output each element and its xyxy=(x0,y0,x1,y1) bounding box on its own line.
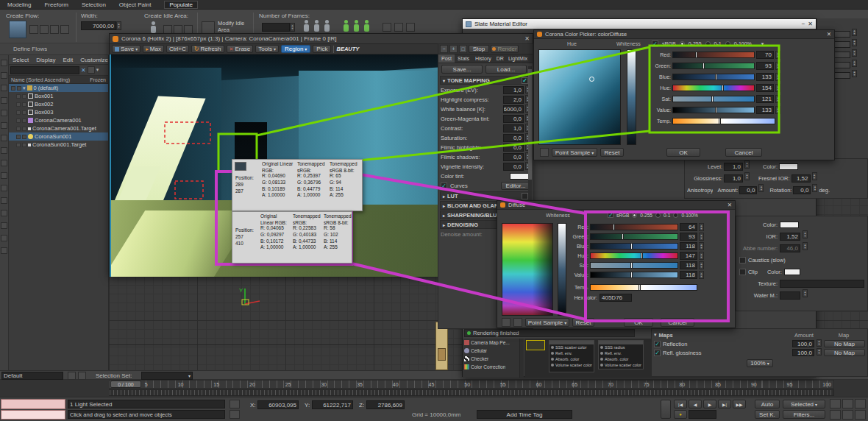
lut-header[interactable]: LUT xyxy=(447,193,519,199)
whiteness-strip[interactable] xyxy=(558,223,566,316)
side-tool-icon[interactable] xyxy=(1,85,7,91)
value-value[interactable]: 133 xyxy=(756,106,774,114)
tab-lightmix[interactable]: LightMix xyxy=(506,56,530,61)
pan-view-icon[interactable] xyxy=(830,399,841,408)
vfb-titlebar[interactable]: Corona 6 (Hotfix 2) | [876x657px (1:3) |… xyxy=(110,34,533,44)
maxscript-mini-listener[interactable] xyxy=(1,410,65,420)
list-item[interactable]: Box002 xyxy=(9,100,108,108)
object-label[interactable]: CoronaCamera001 xyxy=(35,117,82,124)
sat-slider[interactable] xyxy=(590,262,678,269)
radio-0-100[interactable] xyxy=(725,41,730,46)
field-value[interactable]: 1,0 xyxy=(503,86,524,94)
frames-field[interactable] xyxy=(262,23,290,32)
point-sample-dropdown[interactable]: Point Sample▾ xyxy=(552,148,597,157)
list-item[interactable]: Box003 xyxy=(9,108,108,116)
hue-square[interactable] xyxy=(538,49,621,145)
play-button[interactable]: ▶ xyxy=(703,400,716,408)
tab-post[interactable]: Post xyxy=(438,54,455,63)
side-tool-icon[interactable] xyxy=(1,160,7,166)
expand-icon[interactable]: ▸ xyxy=(443,222,445,227)
map-checkbox[interactable]: ✓ xyxy=(654,341,661,347)
node-slot-icon[interactable] xyxy=(600,364,603,367)
radio-0-1[interactable] xyxy=(655,213,661,218)
radio-0-255[interactable] xyxy=(680,41,685,46)
sat-spinner[interactable] xyxy=(699,261,704,269)
node-scrollbar[interactable] xyxy=(520,339,524,378)
close-icon[interactable]: ✕ xyxy=(808,21,813,27)
red-value[interactable]: 64 xyxy=(680,223,697,231)
side-tool-icon[interactable] xyxy=(1,147,7,154)
map-amount-spinner[interactable] xyxy=(817,339,822,347)
object-label[interactable]: CoronaCamera001.Target xyxy=(32,125,96,132)
transform-typein-icon[interactable] xyxy=(230,410,240,419)
expand-icon[interactable]: ▸ xyxy=(443,213,445,218)
layer-label[interactable]: 0 (default) xyxy=(34,85,59,91)
explorer-menu-display[interactable]: Display xyxy=(36,57,55,63)
row-toggle-icon[interactable] xyxy=(17,86,21,91)
zoom-region-icon[interactable] xyxy=(830,410,841,420)
save-button[interactable]: Save▾ xyxy=(112,45,140,53)
field-value[interactable]: 1,0 xyxy=(503,124,524,132)
list-item[interactable]: ▾ 0 (default) xyxy=(9,84,108,92)
maps-header[interactable]: Maps xyxy=(659,332,786,339)
track-bar[interactable] xyxy=(109,389,834,396)
expander-icon[interactable]: ▾ xyxy=(23,85,26,91)
radio-0-100[interactable] xyxy=(673,213,678,218)
color-cursor[interactable] xyxy=(589,77,594,82)
water-field[interactable] xyxy=(780,291,800,300)
temp-slider[interactable] xyxy=(672,118,775,124)
current-frame-field[interactable] xyxy=(689,410,716,419)
map-amount-field[interactable]: 100,0 xyxy=(792,340,814,347)
hex-input[interactable]: 405D76 xyxy=(600,294,632,302)
ramp-icon[interactable] xyxy=(29,25,38,34)
close-icon[interactable]: ✕ xyxy=(827,31,831,38)
set-key-button[interactable]: Set K. xyxy=(755,410,780,419)
explorer-search-input[interactable] xyxy=(10,66,79,74)
green-slider[interactable] xyxy=(590,233,678,240)
side-tool-icon[interactable] xyxy=(1,135,7,141)
material-node[interactable]: SSS scatter color Refl. env. Absorb. col… xyxy=(549,340,594,372)
rotation-field[interactable]: 0,0 xyxy=(793,186,811,194)
collapse-icon[interactable]: ▾ xyxy=(443,78,445,83)
row-toggle-icon[interactable] xyxy=(22,143,26,147)
ior-spinner[interactable] xyxy=(803,230,808,238)
explorer-sort-header[interactable]: Name (Sorted Ascending) xyxy=(11,77,70,82)
param-spinner[interactable] xyxy=(852,49,857,57)
explorer-menu-edit[interactable]: Edit xyxy=(63,57,73,63)
reset-button[interactable]: Reset xyxy=(600,148,624,157)
populate-tool-icon[interactable] xyxy=(383,23,391,32)
tab-freeform[interactable]: Freeform xyxy=(44,1,68,8)
hue-value[interactable]: 154 xyxy=(756,84,774,92)
srgb-checkbox[interactable]: ✓ xyxy=(608,212,613,218)
orbit-view-icon[interactable] xyxy=(842,410,853,420)
tab-selection[interactable]: Selection xyxy=(82,1,106,8)
hue-value[interactable]: 147 xyxy=(680,252,697,260)
node-slot-icon[interactable] xyxy=(551,352,554,355)
tab-history[interactable]: History xyxy=(472,56,494,61)
maxscript-mini-listener[interactable] xyxy=(1,399,65,409)
selected-dropdown[interactable]: Selected▾ xyxy=(783,400,825,408)
clear-search-icon[interactable]: ✕ xyxy=(81,67,86,74)
hue-spinner[interactable] xyxy=(775,84,780,92)
zoom-in-icon[interactable]: + xyxy=(449,45,458,53)
color-tint-swatch[interactable] xyxy=(510,173,530,180)
list-item[interactable]: CoronaCamera001 xyxy=(9,116,108,124)
move-gizmo[interactable]: Y xyxy=(230,285,263,308)
tab-populate[interactable]: Populate xyxy=(164,1,198,9)
blue-value[interactable]: 118 xyxy=(680,242,697,250)
collapse-icon[interactable]: ▾ xyxy=(654,332,657,338)
scene-box-object[interactable] xyxy=(438,348,446,361)
go-to-end-button[interactable]: ▶▶ xyxy=(733,400,746,408)
explorer-menu-customize[interactable]: Customize xyxy=(80,57,108,63)
row-toggle-icon[interactable] xyxy=(16,143,21,147)
amount-field[interactable]: 0,0 xyxy=(739,186,757,194)
rotation-spinner[interactable] xyxy=(812,184,817,192)
tools-button[interactable]: Tools▾ xyxy=(255,45,279,53)
field-value[interactable]: 0,0 xyxy=(503,153,524,161)
side-tool-icon[interactable] xyxy=(1,172,7,179)
red-spinner[interactable] xyxy=(699,223,704,231)
stop-button[interactable]: Stop xyxy=(469,45,489,53)
row-toggle-icon[interactable] xyxy=(22,102,26,107)
prev-frame-button[interactable]: ◀ xyxy=(689,400,702,408)
pick-button[interactable]: Pick xyxy=(313,45,331,53)
